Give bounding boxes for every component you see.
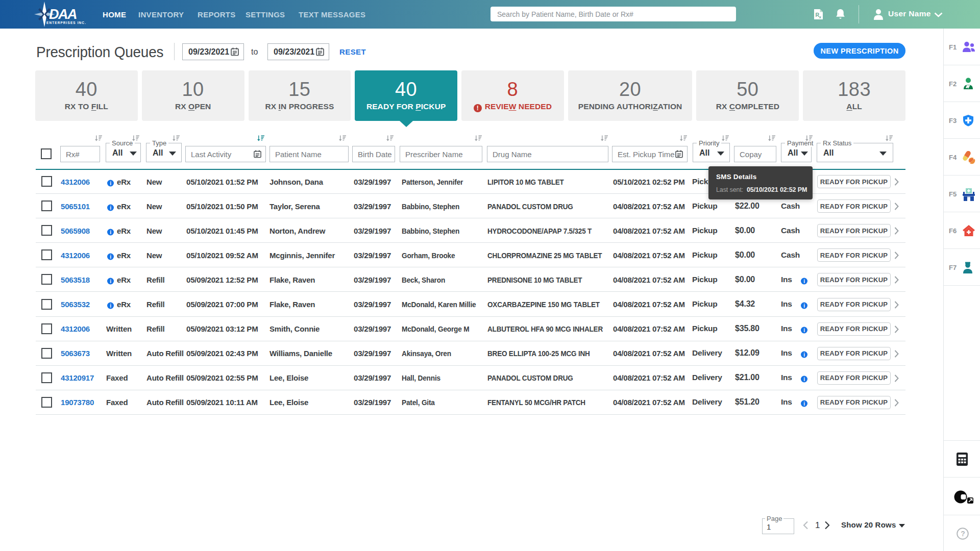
svg-text:?: ? — [961, 530, 965, 538]
svg-text:x: x — [819, 15, 822, 19]
svg-text:ENTERPRISES INC.: ENTERPRISES INC. — [46, 21, 86, 24]
svg-text:DAA: DAA — [49, 7, 77, 22]
